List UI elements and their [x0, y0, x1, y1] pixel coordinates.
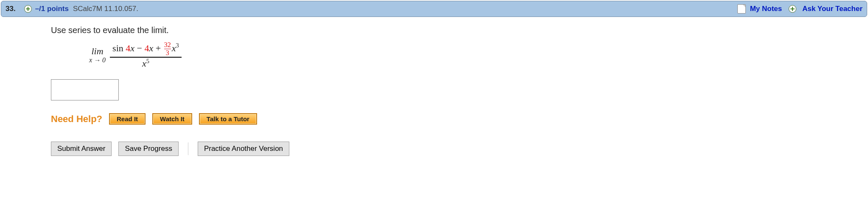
- question-header: 33. –/1 points SCalc7M 11.10.057. My Not…: [1, 1, 867, 17]
- denominator: x5: [140, 58, 152, 69]
- limit-expression: lim x → 0 sin 4x − 4x + 323x3 x5: [89, 41, 868, 69]
- var2: x: [149, 43, 153, 53]
- exp-5: 5: [146, 58, 149, 64]
- lim-label: lim: [91, 46, 103, 56]
- submit-answer-button[interactable]: Submit Answer: [51, 142, 112, 156]
- coeff-b: 4: [144, 43, 149, 53]
- coeff-a: 4: [126, 43, 130, 53]
- expand-icon[interactable]: [24, 5, 32, 13]
- points-label: –/1 points: [35, 5, 69, 13]
- inner-frac-num: 32: [164, 41, 171, 49]
- question-number: 33.: [6, 5, 16, 13]
- need-help-row: Need Help? Read It Watch It Talk to a Tu…: [51, 113, 868, 125]
- inner-frac-den: 3: [166, 49, 169, 57]
- var1: x: [130, 43, 134, 53]
- sin-label: sin: [112, 43, 126, 53]
- need-help-label: Need Help?: [51, 114, 102, 125]
- talk-tutor-button[interactable]: Talk to a Tutor: [199, 113, 257, 125]
- var3: x: [172, 43, 176, 53]
- bottom-actions: Submit Answer Save Progress Practice Ano…: [51, 142, 868, 156]
- ask-teacher-link[interactable]: Ask Your Teacher: [802, 5, 862, 13]
- inner-fraction: 323: [164, 41, 171, 57]
- my-notes-link[interactable]: My Notes: [750, 5, 782, 13]
- read-it-button[interactable]: Read It: [109, 113, 146, 125]
- minus-sign: −: [134, 43, 144, 53]
- main-fraction: sin 4x − 4x + 323x3 x5: [110, 41, 181, 69]
- watch-it-button[interactable]: Watch It: [152, 113, 192, 125]
- lim-symbol: lim x → 0: [89, 46, 106, 64]
- plus-sign: +: [153, 43, 163, 53]
- exp-3: 3: [176, 42, 179, 49]
- save-progress-button[interactable]: Save Progress: [118, 142, 179, 156]
- denom-var: x: [142, 58, 146, 69]
- source-code: SCalc7M 11.10.057.: [73, 5, 138, 13]
- question-prompt: Use series to evaluate the limit.: [51, 25, 868, 35]
- plus-icon[interactable]: [789, 5, 796, 13]
- question-content: Use series to evaluate the limit. lim x …: [0, 17, 868, 156]
- header-actions: My Notes Ask Your Teacher: [737, 4, 862, 14]
- numerator: sin 4x − 4x + 323x3: [110, 41, 181, 57]
- note-icon: [737, 4, 746, 14]
- lim-sub: x → 0: [89, 56, 106, 64]
- answer-input[interactable]: [51, 79, 119, 100]
- divider: [188, 142, 188, 155]
- practice-another-button[interactable]: Practice Another Version: [198, 142, 289, 156]
